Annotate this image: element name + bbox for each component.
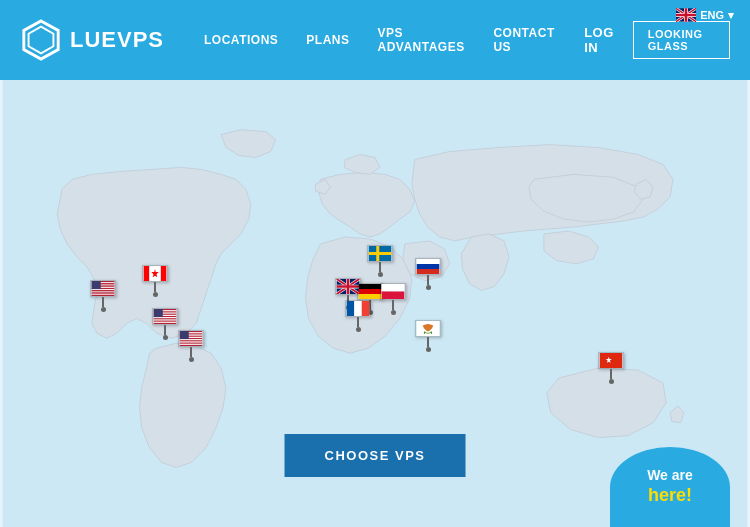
flag-uk-icon <box>676 8 696 22</box>
svg-rect-20 <box>161 266 167 281</box>
svg-rect-34 <box>180 339 203 340</box>
svg-rect-27 <box>154 319 177 320</box>
svg-rect-29 <box>154 309 163 317</box>
pin-usa-3[interactable] <box>178 330 204 362</box>
pin-usa-1[interactable] <box>90 280 116 312</box>
svg-rect-19 <box>144 266 150 281</box>
choose-vps-button[interactable]: CHOOSE VPS <box>285 434 466 477</box>
nav-plans[interactable]: PLANS <box>306 33 349 47</box>
pin-canada[interactable] <box>142 265 168 297</box>
svg-rect-52 <box>362 301 370 316</box>
svg-rect-15 <box>92 293 115 294</box>
main-nav: LOCATIONS PLANS VPS ADVANTAGES CONTACT U… <box>204 21 730 59</box>
pin-sweden[interactable] <box>367 245 393 277</box>
header: ENG ▾ LUEVPS LOCATIONS PLANS VPS ADVANTA… <box>0 0 750 80</box>
nav-looking-glass[interactable]: LOOKING GLASS <box>633 21 730 59</box>
nav-right: LOG IN LOOKING GLASS <box>584 21 730 59</box>
svg-rect-43 <box>417 269 440 274</box>
svg-rect-39 <box>369 252 392 255</box>
we-are-here-line2: here! <box>648 485 692 505</box>
svg-rect-49 <box>382 292 405 300</box>
svg-rect-18 <box>92 281 101 289</box>
svg-rect-51 <box>354 301 362 316</box>
svg-rect-54 <box>600 353 623 368</box>
map-section: CHOOSE VPS We are here! <box>0 80 750 527</box>
svg-rect-28 <box>154 322 177 323</box>
svg-rect-14 <box>92 291 115 292</box>
svg-rect-45 <box>359 284 382 289</box>
svg-rect-37 <box>180 331 189 339</box>
svg-rect-26 <box>154 317 177 318</box>
svg-rect-17 <box>92 295 115 296</box>
pin-france[interactable] <box>345 300 371 332</box>
svg-rect-16 <box>92 294 115 295</box>
svg-rect-48 <box>382 284 405 292</box>
pin-hong-kong[interactable] <box>598 352 624 384</box>
svg-marker-2 <box>29 27 54 54</box>
we-are-here-badge: We are here! <box>610 447 730 527</box>
nav-locations[interactable]: LOCATIONS <box>204 33 278 47</box>
pin-poland[interactable] <box>380 283 406 315</box>
svg-rect-46 <box>359 289 382 294</box>
logo-icon <box>20 19 62 61</box>
pin-russia[interactable] <box>415 258 441 290</box>
lang-chevron: ▾ <box>728 9 734 22</box>
svg-rect-13 <box>92 290 115 291</box>
pin-usa-2[interactable] <box>152 308 178 340</box>
logo-area[interactable]: LUEVPS <box>20 19 164 61</box>
svg-rect-47 <box>359 294 382 299</box>
logo-text: LUEVPS <box>70 27 164 53</box>
pin-cyprus[interactable] <box>415 320 441 352</box>
svg-rect-36 <box>180 344 203 345</box>
svg-rect-50 <box>347 301 355 316</box>
svg-rect-35 <box>180 341 203 342</box>
svg-rect-41 <box>417 259 440 264</box>
svg-rect-40 <box>376 246 379 261</box>
nav-contact-us[interactable]: CONTACT US <box>493 26 556 54</box>
lang-label: ENG <box>700 9 724 21</box>
svg-rect-42 <box>417 264 440 269</box>
we-are-here-line1: We are <box>647 466 693 484</box>
nav-vps-advantages[interactable]: VPS ADVANTAGES <box>377 26 465 54</box>
svg-rect-12 <box>92 289 115 290</box>
language-selector[interactable]: ENG ▾ <box>676 8 734 22</box>
nav-login[interactable]: LOG IN <box>584 25 617 55</box>
